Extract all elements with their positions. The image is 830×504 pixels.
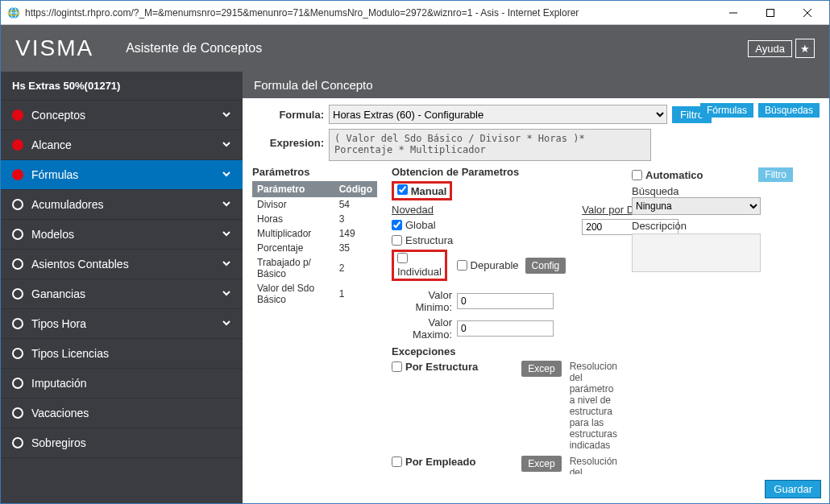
config-button[interactable]: Config (525, 258, 566, 274)
sidebar-item-label: Imputación (31, 377, 86, 390)
obtencion-heading: Obtencion de Parametros (392, 166, 617, 178)
excep-estructura-button[interactable]: Excep (521, 361, 561, 377)
busqueda-label: Búsqueda (632, 185, 793, 197)
sidebar-item-3[interactable]: Acumuladores (1, 190, 243, 220)
expresion-label: Expresion: (252, 129, 329, 149)
titlebar: https://logintst.rhpro.com/?_M=&menumsnr… (1, 1, 829, 25)
busqueda-select[interactable]: Ninguna (632, 197, 761, 215)
sidebar-item-label: Alcance (31, 138, 72, 151)
logo: VISMA (15, 35, 93, 61)
bullet-icon (12, 139, 23, 151)
chevron-down-icon (222, 258, 231, 271)
url-text: https://logintst.rhpro.com/?_M=&menumsnr… (25, 7, 715, 19)
th-codigo: Código (334, 181, 377, 197)
por-empleado-checkbox[interactable] (392, 456, 402, 467)
sidebar-item-9[interactable]: Imputación (1, 369, 243, 399)
bullet-icon (12, 258, 23, 270)
sidebar-item-label: Fórmulas (31, 168, 78, 181)
main-title: Formula del Concepto (243, 72, 829, 98)
por-estructura-checkbox[interactable] (392, 361, 402, 372)
manual-checkbox[interactable] (397, 184, 408, 195)
bullet-icon (12, 378, 23, 389)
chevron-down-icon (222, 109, 231, 122)
sidebar-item-2[interactable]: Fórmulas (1, 160, 243, 190)
valor-max-input[interactable] (457, 320, 554, 337)
close-button[interactable] (789, 1, 826, 25)
descripcion-label: Descripción (632, 220, 793, 232)
sidebar-item-label: Tipos Licencias (31, 347, 109, 360)
table-row[interactable]: Divisor54 (252, 197, 377, 212)
sidebar-item-0[interactable]: Conceptos (1, 101, 243, 130)
minimize-button[interactable] (715, 1, 752, 25)
chevron-down-icon (222, 317, 231, 330)
sidebar-item-label: Sobregiros (31, 436, 86, 449)
global-checkbox[interactable] (392, 220, 402, 230)
formula-label: Formula: (252, 109, 329, 121)
valor-min-label: Valor Minimo: (392, 289, 452, 313)
param-table: Parámetro Código Divisor54Horas3Multipli… (252, 181, 377, 307)
table-row[interactable]: Multiplicador149 (252, 226, 377, 241)
sidebar-item-label: Asientos Contables (31, 258, 129, 271)
sidebar-header: Hs Extras 50%(01271) (1, 72, 243, 101)
bullet-icon (12, 437, 23, 448)
parametros-heading: Parámetros (252, 166, 377, 178)
chevron-down-icon (222, 168, 231, 181)
sidebar-item-10[interactable]: Vacaciones (1, 399, 243, 428)
maximize-button[interactable] (752, 1, 789, 25)
sidebar-item-label: Tipos Hora (31, 317, 86, 330)
bullet-icon (12, 169, 23, 180)
chevron-down-icon (222, 228, 231, 241)
expresion-text: ( Valor del Sdo Básico / Divisor * Horas… (329, 129, 651, 161)
busquedas-button[interactable]: Búsquedas (758, 103, 820, 118)
header-title: Asistente de Conceptos (126, 41, 262, 56)
excepciones-heading: Excepciones (392, 345, 617, 357)
bullet-icon (12, 199, 23, 210)
table-row[interactable]: Valor del Sdo Básico1 (252, 281, 377, 307)
individual-checkbox[interactable] (397, 253, 408, 263)
th-param: Parámetro (252, 181, 334, 197)
help-button[interactable]: Ayuda (748, 40, 792, 57)
bullet-icon (12, 229, 23, 240)
bullet-icon (12, 318, 23, 329)
sidebar-item-1[interactable]: Alcance (1, 130, 243, 160)
formula-select[interactable]: Horas Extras (60) - Configurable (329, 105, 667, 124)
estructura-checkbox[interactable] (392, 235, 402, 246)
excep-empleado-desc: Resolución del parámetro a nivel de empl… (570, 456, 617, 474)
bullet-icon (12, 109, 23, 121)
valor-max-label: Valor Maximo: (392, 316, 452, 341)
sidebar-item-5[interactable]: Asientos Contables (1, 250, 243, 279)
svg-rect-3 (767, 9, 774, 16)
depurable-checkbox[interactable] (457, 260, 467, 271)
sidebar-item-label: Modelos (31, 228, 74, 241)
valor-min-input[interactable] (457, 293, 554, 309)
chevron-down-icon (222, 198, 231, 211)
bullet-icon (12, 288, 23, 300)
app-header: VISMA Asistente de Conceptos Ayuda ★ (1, 25, 829, 72)
chevron-down-icon (222, 138, 231, 151)
excep-empleado-button[interactable]: Excep (521, 456, 561, 472)
sidebar-item-6[interactable]: Ganancias (1, 279, 243, 309)
novedad-label: Novedad (392, 204, 566, 216)
chevron-down-icon (222, 287, 231, 300)
favorite-button[interactable]: ★ (795, 39, 815, 58)
bullet-icon (12, 348, 23, 359)
sidebar-item-4[interactable]: Modelos (1, 220, 243, 250)
sidebar-item-11[interactable]: Sobregiros (1, 428, 243, 458)
sidebar-item-7[interactable]: Tipos Hora (1, 309, 243, 339)
table-row[interactable]: Trabajado p/ Básico2 (252, 255, 377, 281)
formulas-button[interactable]: Fórmulas (700, 103, 753, 118)
sidebar-item-8[interactable]: Tipos Licencias (1, 339, 243, 369)
sidebar-item-label: Vacaciones (31, 407, 89, 419)
bullet-icon (12, 407, 23, 419)
sidebar-item-label: Acumuladores (31, 198, 104, 211)
sidebar-item-label: Ganancias (31, 287, 85, 300)
automatico-checkbox[interactable] (632, 170, 642, 180)
table-row[interactable]: Horas3 (252, 212, 377, 226)
ie-icon (7, 6, 20, 19)
table-row[interactable]: Porcentaje35 (252, 241, 377, 255)
filtro-auto-button[interactable]: Filtro (758, 167, 793, 182)
sidebar: Hs Extras 50%(01271) ConceptosAlcanceFór… (1, 72, 243, 503)
descripcion-box (632, 233, 761, 272)
guardar-button[interactable]: Guardar (765, 480, 821, 498)
sidebar-item-label: Conceptos (31, 109, 85, 122)
